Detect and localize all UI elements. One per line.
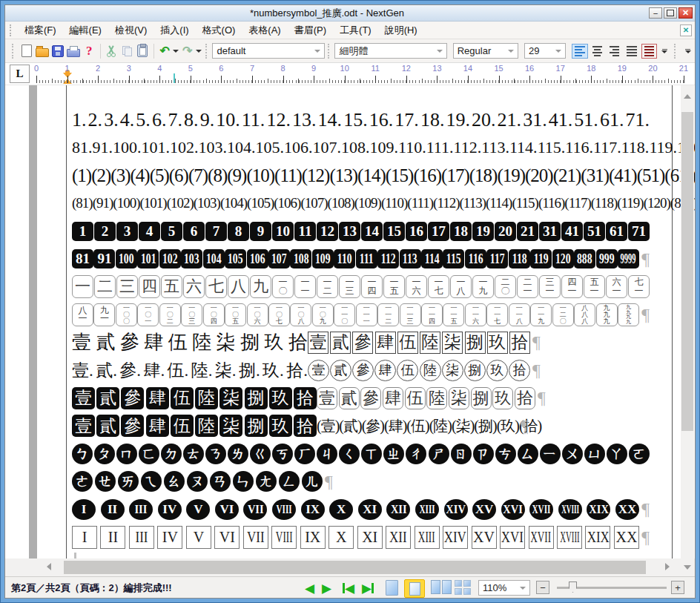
- symbol-item: 一〇一: [137, 303, 159, 326]
- align-distribute-button[interactable]: [641, 44, 657, 59]
- scroll-right-icon[interactable]: [665, 563, 670, 570]
- paragraph-style-combobox[interactable]: default: [212, 43, 324, 59]
- menu-bar: 檔案(F)編輯(E)檢視(V)插入(I)格式(O)表格(A)書眉(P)工具(T)…: [5, 22, 695, 39]
- symbol-item: 壹: [72, 329, 91, 355]
- symbol-item: (17): [441, 165, 469, 186]
- symbol-item: III: [129, 526, 154, 549]
- symbol-item: 壹: [72, 387, 95, 409]
- menu-item[interactable]: 工具(T): [333, 22, 378, 39]
- symbol-item: 陸: [195, 387, 218, 409]
- symbol-item: 3.: [104, 109, 119, 131]
- maximize-button[interactable]: [664, 7, 677, 19]
- font-name-combobox[interactable]: 細明體: [334, 43, 446, 59]
- font-size-value: 29: [529, 45, 552, 56]
- zoom-slider-thumb[interactable]: [569, 581, 577, 593]
- symbol-item: 一三: [339, 275, 360, 298]
- symbol-item: ㄦ: [302, 471, 323, 492]
- symbol-item: 18.: [420, 109, 445, 131]
- font-weight-combobox[interactable]: Regular: [453, 43, 518, 59]
- zoom-combobox[interactable]: 110%: [478, 580, 530, 596]
- vertical-scrollbar[interactable]: [681, 85, 694, 558]
- ruler-number: 12: [402, 64, 411, 73]
- paste-button[interactable]: [135, 43, 151, 59]
- document-page[interactable]: 1.2.3.4.5.6.7.8.9.10.11.12.13.14.15.16.1…: [66, 85, 673, 558]
- menu-item[interactable]: 格式(O): [196, 22, 242, 39]
- font-size-combobox[interactable]: 29: [524, 43, 566, 59]
- scroll-down-button[interactable]: [681, 558, 694, 576]
- print-button[interactable]: [66, 43, 82, 59]
- scroll-up-icon[interactable]: [684, 94, 691, 99]
- align-left-button[interactable]: [572, 44, 587, 59]
- scroll-left-icon[interactable]: [47, 563, 51, 570]
- page-status-text: 第2頁／共2頁（頁碼：2）編排完成!!!: [11, 577, 172, 599]
- save-button[interactable]: [50, 43, 66, 59]
- menu-item[interactable]: 書眉(P): [288, 22, 333, 39]
- cut-button[interactable]: [104, 43, 119, 59]
- zoom-out-button[interactable]: −: [536, 581, 549, 594]
- toolbar-overflow-button-2[interactable]: [685, 49, 691, 53]
- symbol-item: ㄇ: [116, 444, 137, 464]
- symbol-item: 41: [561, 222, 583, 241]
- menu-item[interactable]: 插入(I): [153, 22, 195, 39]
- undo-dropdown-button[interactable]: [173, 44, 180, 59]
- symbol-item: ㄣ: [233, 471, 254, 492]
- menu-item[interactable]: 表格(A): [242, 22, 287, 39]
- toolbar-drag-handle[interactable]: [12, 44, 16, 59]
- tab-stop-selector[interactable]: L: [10, 65, 30, 83]
- undo-button[interactable]: ↶: [157, 43, 173, 59]
- menu-item[interactable]: 說明(H): [378, 22, 424, 39]
- symbol-item: 31: [539, 222, 561, 241]
- close-document-icon[interactable]: ✕: [680, 24, 692, 36]
- redo-button[interactable]: ↷: [179, 43, 195, 59]
- title-bar[interactable]: *numbersymbol_推廣.odt - NextGen – ✕: [5, 5, 695, 22]
- redo-dropdown-button[interactable]: [195, 44, 202, 59]
- two-page-view-button[interactable]: [431, 580, 452, 594]
- vertical-scrollbar-thumb[interactable]: [681, 112, 693, 431]
- align-center-button[interactable]: [590, 44, 605, 59]
- symbol-item: ㄔ: [406, 444, 426, 464]
- symbol-item: I: [72, 499, 96, 520]
- multi-page-view-button[interactable]: [455, 580, 471, 595]
- multi-page-icon: [455, 580, 462, 587]
- ruler-scale[interactable]: 0123456789101112131415161718192021: [36, 63, 689, 85]
- menu-item[interactable]: 編輯(E): [63, 22, 108, 39]
- document-row: 1234567891011121314151617181920213141516…: [72, 217, 650, 246]
- left-scrollbar[interactable]: [29, 85, 37, 558]
- menu-item[interactable]: 檔案(F): [18, 22, 63, 39]
- symbol-item: 118: [509, 249, 530, 268]
- copy-button[interactable]: [119, 43, 135, 59]
- symbol-item: ㄩ: [584, 444, 605, 464]
- ruler-number: 6: [219, 64, 223, 73]
- symbol-item: X: [328, 526, 354, 549]
- new-document-button[interactable]: [19, 43, 35, 59]
- symbol-item: 拾: [288, 329, 308, 355]
- symbol-item: 捌.: [239, 359, 260, 382]
- last-page-button[interactable]: ▶: [362, 581, 374, 596]
- first-page-button[interactable]: ◀: [343, 581, 354, 596]
- chevron-down-icon: [508, 50, 514, 53]
- symbol-item: 一〇三: [181, 303, 202, 326]
- toolbar-overflow-button[interactable]: [661, 49, 667, 53]
- symbol-item: 捌: [245, 415, 268, 437]
- zoom-in-button[interactable]: +: [671, 581, 684, 594]
- symbol-item: 9: [250, 222, 271, 241]
- symbol-group: IIIIIIIVVVIVIIVIIIIXXXIXIIXIIIXIVXVXVIXV…: [72, 526, 639, 549]
- pilcrow-mark: ¶: [521, 416, 529, 436]
- ruler-number: 0: [34, 64, 39, 73]
- menu-item[interactable]: 檢視(V): [108, 22, 153, 39]
- align-right-button[interactable]: [607, 44, 622, 59]
- horizontal-scrollbar-thumb[interactable]: [64, 561, 646, 574]
- next-page-button[interactable]: ▶: [322, 581, 331, 596]
- fit-page-view-button[interactable]: [404, 579, 425, 598]
- minimize-button[interactable]: –: [649, 7, 662, 19]
- help-button[interactable]: ?: [82, 43, 97, 59]
- menu-drag-handle[interactable]: [10, 24, 13, 36]
- open-button[interactable]: [35, 43, 50, 59]
- single-page-view-button[interactable]: [386, 580, 398, 596]
- align-justify-button[interactable]: [624, 44, 639, 59]
- symbol-item: (1): [72, 165, 91, 186]
- symbol-item: (113): [460, 195, 486, 211]
- close-button[interactable]: ✕: [678, 7, 693, 19]
- prev-page-button[interactable]: ◀: [305, 581, 314, 596]
- horizontal-scrollbar[interactable]: [5, 558, 681, 576]
